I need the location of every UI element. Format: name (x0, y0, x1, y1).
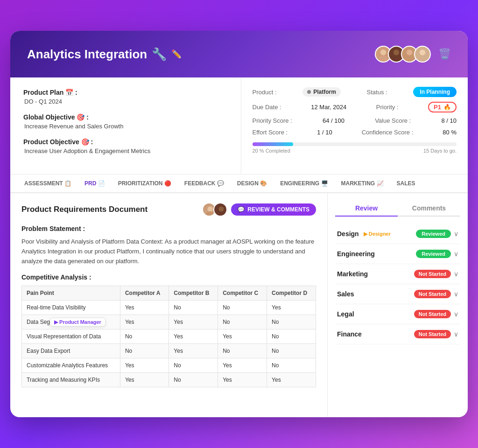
confidence-score-label: Confidence Score : (362, 129, 414, 136)
svg-point-5 (405, 56, 414, 61)
cell: No (218, 301, 267, 315)
col-pain-point: Pain Point (22, 286, 120, 301)
review-comments-button[interactable]: 💬 REVIEW & COMMENTS (231, 203, 316, 216)
chevron-down-icon[interactable]: ∨ (454, 310, 458, 318)
tab-prd[interactable]: PRD 📄 (78, 175, 112, 193)
progress-bar-container: 20 % Completed 15 Days to go. (253, 142, 457, 154)
chevron-down-icon[interactable]: ∨ (454, 270, 458, 278)
reviewed-badge-design: Reviewed (416, 230, 451, 238)
main-container: Analytics Integration 🔧 ✏️ 🗑️ (10, 31, 468, 417)
cell: Yes (169, 315, 218, 329)
chevron-down-icon[interactable]: ∨ (454, 250, 458, 258)
review-item-sales: Sales Not Started ∨ (335, 284, 460, 304)
svg-point-1 (379, 56, 388, 61)
cell: Tracking and Measuring KPIs (22, 373, 120, 387)
svg-point-0 (380, 49, 386, 55)
tab-assessment[interactable]: ASSESSMENT 📋 (18, 175, 78, 193)
avatar (414, 46, 431, 63)
tab-feedback[interactable]: FEEDBACK 💬 (178, 175, 231, 193)
review-btn-label: REVIEW & COMMENTS (247, 206, 309, 213)
tab-marketing[interactable]: MARKETING 📈 (335, 175, 390, 193)
priority-label: Priority : (376, 104, 399, 111)
problem-statement-label: Problem Statement : (21, 225, 316, 232)
fire-icon: 🔥 (443, 104, 451, 111)
review-item-left-design: Design ▶ Designer (337, 230, 391, 238)
svg-point-9 (206, 211, 214, 217)
review-item-right-sales: Not Started ∨ (414, 290, 458, 298)
tab-review[interactable]: Review (335, 201, 398, 217)
tab-prioritization[interactable]: PRIORITIZATION 🔴 (112, 175, 178, 193)
product-plan-label: Product Plan 📅 : (23, 89, 228, 96)
priority-score-value: 64 / 100 (323, 117, 344, 124)
platform-badge: Platform (302, 87, 341, 97)
arrow-icon: ▶ (364, 231, 367, 237)
review-item-right-marketing: Not Started ∨ (414, 270, 458, 278)
tab-comments[interactable]: Comments (398, 201, 460, 217)
product-objective-value: Increase User Adoption & Engagement Metr… (24, 147, 228, 154)
svg-point-2 (394, 49, 399, 55)
review-item-legal: Legal Not Started ∨ (335, 304, 460, 324)
info-right-panel: Product : Platform Status : In Planning … (241, 77, 468, 174)
edit-icon[interactable]: ✏️ (171, 49, 182, 59)
cell: Easy Data Export (22, 344, 120, 358)
not-started-badge-sales: Not Started (414, 290, 451, 298)
review-item-left-legal: Legal (337, 310, 354, 318)
svg-point-10 (219, 207, 224, 212)
not-started-badge-finance: Not Started (414, 330, 451, 338)
product-plan-value: DO - Q1 2024 (24, 98, 228, 105)
cell: No (169, 301, 218, 315)
global-objective-value: Increase Revenue and Sales Growth (24, 123, 228, 130)
table-row: Real-time Data Visibility Yes No No Yes (22, 301, 316, 315)
effort-score-label: Effort Score : (253, 129, 288, 136)
dept-design: Design (337, 230, 359, 238)
dept-marketing: Marketing (337, 270, 368, 278)
info-left-panel: Product Plan 📅 : DO - Q1 2024 Global Obj… (10, 77, 241, 174)
cell: No (169, 373, 218, 387)
delete-icon[interactable]: 🗑️ (438, 48, 451, 60)
svg-point-4 (407, 49, 412, 55)
priority-value: P1 (434, 104, 441, 111)
global-objective-label: Global Objective 🎯 : (23, 113, 228, 121)
table-row: Easy Data Export No Yes No No (22, 344, 316, 358)
review-item-engineering: Engineering Reviewed ∨ (335, 244, 460, 264)
product-label: Product : (253, 89, 277, 96)
tab-engineering[interactable]: ENGINEERING 🖥️ (274, 175, 334, 193)
cell: Yes (120, 315, 169, 329)
chevron-down-icon[interactable]: ∨ (454, 230, 458, 238)
tab-sales[interactable]: SALES (390, 175, 422, 193)
review-item-right-finance: Not Started ∨ (414, 330, 458, 338)
chevron-down-icon[interactable]: ∨ (454, 290, 458, 298)
col-competitor-c: Competitor C (218, 286, 267, 301)
platform-value: Platform (313, 89, 336, 95)
header: Analytics Integration 🔧 ✏️ 🗑️ (10, 31, 468, 77)
svg-point-6 (420, 49, 425, 55)
status-badge: In Planning (413, 87, 457, 97)
prd-header: Product Requirements Document 💬 REVIEW &… (21, 203, 316, 217)
progress-bar-fill (253, 142, 294, 146)
svg-point-8 (208, 207, 213, 212)
review-item-left-engineering: Engineering (337, 250, 375, 258)
reviewed-badge-engineering: Reviewed (416, 250, 451, 258)
tab-design[interactable]: DESIGN 🎨 (231, 175, 274, 193)
confidence-score-value: 80 % (443, 129, 457, 136)
cell: Yes (120, 358, 169, 373)
chevron-down-icon[interactable]: ∨ (454, 330, 458, 338)
cell: Yes (267, 301, 316, 315)
effort-score-row: Effort Score : 1 / 10 Confidence Score :… (253, 129, 457, 136)
header-title: Analytics Integration 🔧 ✏️ (27, 47, 182, 62)
cell: No (218, 344, 267, 358)
problem-statement-text: Poor Visibility and Analysis of Platform… (21, 237, 316, 266)
user-avatars-small (202, 203, 227, 217)
prd-actions: 💬 REVIEW & COMMENTS (202, 203, 316, 217)
svg-point-7 (418, 56, 427, 61)
due-date-value: 12 Mar, 2024 (311, 104, 346, 111)
wrench-icon: 🔧 (152, 47, 167, 62)
cell: No (169, 358, 218, 373)
not-started-badge-legal: Not Started (414, 310, 451, 318)
priority-score-row: Priority Score : 64 / 100 Value Score : … (253, 117, 457, 124)
review-item-marketing: Marketing Not Started ∨ (335, 264, 460, 284)
cell: Yes (218, 373, 267, 387)
dept-legal: Legal (337, 310, 354, 318)
prd-title: Product Requirements Document (21, 205, 148, 214)
table-row: Tracking and Measuring KPIs Yes No Yes Y… (22, 373, 316, 387)
